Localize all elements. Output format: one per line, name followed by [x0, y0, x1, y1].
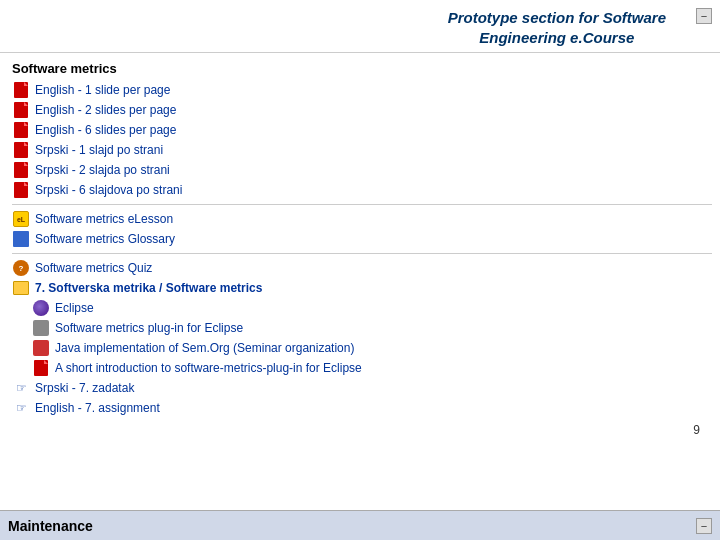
folder-icon [12, 279, 30, 297]
list-item-intro-pdf[interactable]: A short introduction to software-metrics… [32, 358, 712, 378]
list-item-elesson[interactable]: eL Software metrics eLesson [12, 209, 712, 229]
header-collapse-button[interactable]: − [696, 8, 712, 24]
list-item[interactable]: Srpski - 2 slajda po strani [12, 160, 712, 180]
pdf-icon [32, 359, 50, 377]
list-item[interactable]: English - 1 slide per page [12, 80, 712, 100]
content-area: Software metrics English - 1 slide per p… [0, 52, 720, 510]
list-item-java[interactable]: Java implementation of Sem.Org (Seminar … [32, 338, 712, 358]
divider [12, 204, 712, 205]
pdf-icon [12, 101, 30, 119]
list-item[interactable]: English - 6 slides per page [12, 120, 712, 140]
task-icon: ☞ [12, 379, 30, 397]
quiz-icon: ? [12, 259, 30, 277]
divider [12, 253, 712, 254]
section-title: Software metrics [12, 61, 712, 76]
pdf-icon [12, 121, 30, 139]
subsection-folder[interactable]: 7. Softverska metrika / Software metrics [12, 278, 712, 298]
list-item-glossary[interactable]: Software metrics Glossary [12, 229, 712, 249]
footer-title: Maintenance [8, 518, 93, 534]
top-header: Prototype section for Software Engineeri… [0, 0, 720, 52]
task-icon: ☞ [12, 399, 30, 417]
plugin-icon [32, 319, 50, 337]
elesson-icon: eL [12, 210, 30, 228]
list-item-task-srpski[interactable]: ☞ Srpski - 7. zadatak [12, 378, 712, 398]
eclipse-icon [32, 299, 50, 317]
pdf-icon [12, 161, 30, 179]
list-item-eclipse[interactable]: Eclipse [32, 298, 712, 318]
pdf-icon [12, 181, 30, 199]
list-item-task-english[interactable]: ☞ English - 7. assignment [12, 398, 712, 418]
list-item[interactable]: English - 2 slides per page [12, 100, 712, 120]
glossary-icon [12, 230, 30, 248]
footer-bar: Maintenance − [0, 510, 720, 540]
section-header-title: Prototype section for Software Engineeri… [448, 8, 666, 47]
list-item[interactable]: Srpski - 6 slajdova po strani [12, 180, 712, 200]
main-container: Prototype section for Software Engineeri… [0, 0, 720, 540]
page-number: 9 [691, 422, 702, 438]
pdf-icon [12, 141, 30, 159]
footer-collapse-button[interactable]: − [696, 518, 712, 534]
java-icon [32, 339, 50, 357]
list-item[interactable]: Srpski - 1 slajd po strani [12, 140, 712, 160]
pdf-icon [12, 81, 30, 99]
list-item-plugin[interactable]: Software metrics plug-in for Eclipse [32, 318, 712, 338]
list-item-quiz[interactable]: ? Software metrics Quiz [12, 258, 712, 278]
subsection-items: Eclipse Software metrics plug-in for Ecl… [12, 298, 712, 378]
